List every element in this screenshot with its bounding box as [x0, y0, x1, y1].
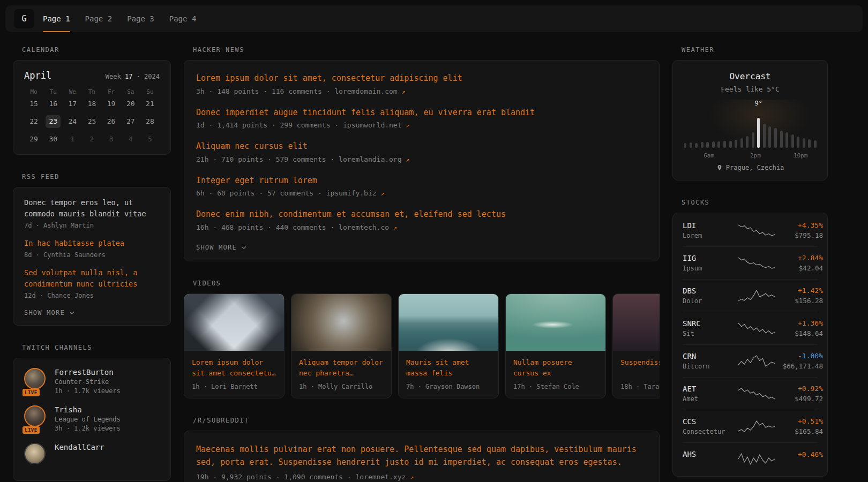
- subreddit-section: /R/SUBREDDIT Maecenas mollis pulvinar er…: [184, 417, 660, 482]
- weather-bars: [684, 117, 817, 148]
- stock-identity: LDI Lorem: [683, 221, 732, 239]
- video-card[interactable]: Aliquam tempor dolor nec pharetra… 1h · …: [291, 293, 392, 398]
- twitch-section-title: TWITCH CHANNELS: [22, 344, 171, 351]
- hackernews-list: Lorem ipsum dolor sit amet, consectetur …: [196, 72, 647, 231]
- subreddit-section-title: /R/SUBREDDIT: [193, 417, 660, 424]
- calendar-week-label: Week 17 · 2024: [106, 73, 160, 80]
- rss-show-more-button[interactable]: SHOW MORE: [24, 308, 75, 318]
- video-card[interactable]: Lorem ipsum dolor sit amet consectetu… 1…: [184, 293, 285, 398]
- video-card[interactable]: Mauris sit amet massa felis 7h · Grayson…: [398, 293, 499, 398]
- video-body: Mauris sit amet massa felis 7h · Grayson…: [399, 351, 498, 398]
- rss-item[interactable]: In hac habitasse platea 8d · Cynthia Sau…: [24, 238, 160, 259]
- subreddit-widget: Maecenas mollis pulvinar erat non posuer…: [184, 431, 660, 482]
- hackernews-item-meta: 3h · 148 points · 116 comments · loremdo…: [196, 87, 647, 95]
- twitch-channel-info: ForrestBurton Counter-Strike 1h · 1.7k v…: [55, 368, 121, 395]
- weather-location-text: Prague, Czechia: [726, 164, 784, 171]
- hackernews-item-stats: 21h · 710 points · 579 comments ·: [196, 155, 339, 163]
- twitch-channel-game: Counter-Strike: [55, 378, 121, 386]
- tab-page-1[interactable]: Page 1: [43, 5, 70, 32]
- chevron-down-icon: [241, 244, 247, 251]
- stock-ticker: DBS: [683, 287, 732, 295]
- calendar-day: 18: [84, 97, 99, 110]
- app-logo[interactable]: G: [14, 9, 34, 28]
- stock-identity: AET Amet: [683, 385, 732, 403]
- videos-section: VIDEOS Lorem ipsum dolor sit amet consec…: [184, 280, 660, 398]
- rss-section-title: RSS FEED: [22, 173, 171, 180]
- twitch-avatar-wrap: LIVE: [24, 368, 48, 395]
- stock-row[interactable]: DBS Dolor +1.42% $156.28: [683, 279, 818, 312]
- subreddit-post-domain[interactable]: loremnet.xyz ↗: [355, 473, 414, 481]
- rss-item[interactable]: Donec tempor eros leo, ut commodo mauris…: [24, 197, 160, 229]
- calendar-day-name: Th: [82, 88, 101, 97]
- calendar-day: 21: [143, 97, 158, 110]
- stock-row[interactable]: SNRC Sit +1.36% $148.64: [683, 312, 818, 344]
- weather-bar: [729, 141, 732, 148]
- stocks-section-title: STOCKS: [682, 199, 828, 206]
- weather-bar: [717, 141, 720, 148]
- stock-sparkline: [737, 387, 776, 401]
- hackernews-item-domain[interactable]: loremdomain.com ↗: [334, 87, 405, 95]
- video-thumbnail: [613, 294, 660, 351]
- hackernews-item-meta: 1d · 1,414 points · 299 comments · ipsum…: [196, 121, 647, 129]
- weather-section: WEATHER Overcast Feels like 5°C 9° 6am2p…: [672, 46, 828, 180]
- subreddit-post-title[interactable]: Maecenas mollis pulvinar erat non posuer…: [196, 445, 637, 467]
- stock-row[interactable]: IIG Ipsum +2.84% $42.04: [683, 246, 818, 279]
- left-column: CALENDAR April Week 17 · 2024 MoTuWeThFr…: [13, 46, 171, 482]
- hackernews-item-domain-text: loremdomain.com: [334, 87, 397, 95]
- hackernews-item-title[interactable]: Donec enim nibh, condimentum et accumsan…: [196, 208, 506, 221]
- hackernews-show-more-button[interactable]: SHOW MORE: [196, 243, 247, 252]
- stock-row[interactable]: AET Amet +0.92% $499.72: [683, 377, 818, 410]
- calendar-day: 26: [104, 115, 119, 128]
- twitch-channel[interactable]: LIVE ForrestBurton Counter-Strike 1h · 1…: [24, 368, 160, 395]
- tab-page-3[interactable]: Page 3: [127, 5, 154, 32]
- hackernews-item-domain[interactable]: ipsumify.biz ↗: [326, 189, 385, 197]
- weather-bar: [780, 131, 783, 148]
- tab-page-2[interactable]: Page 2: [85, 5, 113, 32]
- stock-row[interactable]: CRN Bitcorn -1.00% $66,171.48: [683, 344, 818, 377]
- twitch-channel[interactable]: LIVE KendallCarr: [24, 443, 160, 464]
- stock-ticker: SNRC: [683, 319, 732, 328]
- tab-page-4[interactable]: Page 4: [169, 5, 197, 32]
- video-thumbnail: [184, 294, 284, 351]
- hackernews-item-title[interactable]: Donec imperdiet augue tincidunt felis al…: [196, 107, 535, 119]
- stock-values: +1.36% $148.64: [781, 319, 823, 337]
- hackernews-item-title[interactable]: Lorem ipsum dolor sit amet, consectetur …: [196, 72, 462, 85]
- hackernews-item-title[interactable]: Integer eget rutrum lorem: [196, 175, 317, 187]
- weather-bar: [757, 118, 760, 148]
- calendar-day: 23: [46, 115, 61, 128]
- hackernews-item-domain-text: loremlandia.org: [339, 155, 401, 163]
- hackernews-widget: Lorem ipsum dolor sit amet, consectetur …: [184, 60, 660, 261]
- video-card[interactable]: Nullam posuere cursus ex 17h · Stefan Co…: [505, 293, 606, 398]
- rss-item-title: Sed volutpat nulla nisl, a condimentum n…: [24, 267, 160, 290]
- twitch-channel-name: KendallCarr: [55, 443, 104, 451]
- stock-change: -1.00%: [781, 352, 823, 360]
- weather-temp-label: 9°: [754, 100, 762, 107]
- live-badge: LIVE: [23, 389, 40, 396]
- stock-change: +2.84%: [781, 254, 823, 262]
- twitch-channel-meta: 3h · 1.2k viewers: [55, 425, 121, 432]
- stock-price: $42.04: [781, 264, 823, 272]
- calendar-day: 24: [65, 115, 80, 128]
- hackernews-item-domain-text: ipsumworld.net: [343, 121, 402, 129]
- rss-item[interactable]: Sed volutpat nulla nisl, a condimentum n…: [24, 267, 160, 299]
- stock-price: [781, 461, 823, 468]
- stock-row[interactable]: LDI Lorem +4.35% $795.18: [683, 214, 818, 246]
- hackernews-item-title[interactable]: Aliquam nec cursus elit: [196, 140, 308, 153]
- calendar-day-name: Fr: [102, 88, 121, 97]
- twitch-avatar-wrap: LIVE: [24, 443, 48, 464]
- stock-ticker: IIG: [683, 254, 732, 262]
- hackernews-item-domain[interactable]: loremlandia.org ↗: [339, 155, 409, 163]
- twitch-channel[interactable]: LIVE Trisha League of Legends 3h · 1.2k …: [24, 405, 160, 432]
- hackernews-item-domain[interactable]: loremtech.co ↗: [339, 223, 397, 231]
- stock-row[interactable]: CCS Consectetur +0.51% $165.84: [683, 410, 818, 442]
- calendar-day-name: Su: [140, 88, 160, 97]
- stock-row[interactable]: AHS +0.46%: [683, 442, 818, 475]
- video-card[interactable]: Suspendisse diam 18h · Tara: [612, 293, 660, 398]
- video-title: Suspendisse diam: [620, 357, 660, 379]
- weather-time-label: 2pm: [750, 152, 761, 159]
- calendar-separator: ·: [137, 73, 140, 80]
- stock-sparkline: [737, 419, 776, 433]
- rss-show-more-label: SHOW MORE: [24, 309, 65, 317]
- right-column: WEATHER Overcast Feels like 5°C 9° 6am2p…: [672, 46, 828, 482]
- hackernews-item-domain[interactable]: ipsumworld.net ↗: [343, 121, 410, 129]
